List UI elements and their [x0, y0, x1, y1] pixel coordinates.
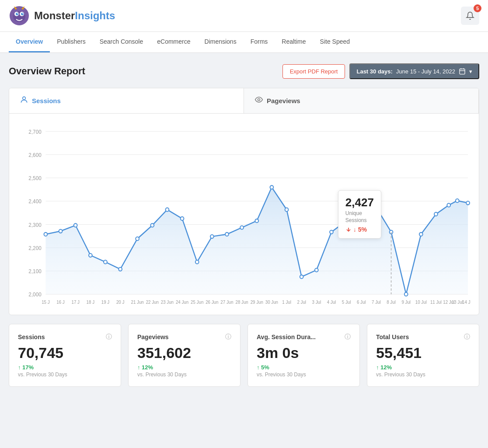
- brand-name: MonsterInsights: [34, 10, 115, 22]
- svg-point-40: [166, 208, 169, 212]
- stat-sessions-info-icon[interactable]: ⓘ: [106, 333, 112, 341]
- stat-card-avg-session: Avg. Session Dura... ⓘ 3m 0s ↑ 5% vs. Pr…: [247, 324, 360, 387]
- stat-pageviews-value: 351,602: [137, 344, 231, 361]
- svg-text:22 Jun: 22 Jun: [146, 299, 159, 304]
- nav-item-search-console[interactable]: Search Console: [93, 32, 150, 52]
- svg-point-36: [104, 260, 107, 264]
- stat-avg-session-title: Avg. Session Dura...: [257, 333, 316, 340]
- svg-point-59: [447, 203, 450, 207]
- report-actions: Export PDF Report Last 30 days: June 15 …: [282, 63, 479, 79]
- tab-sessions[interactable]: Sessions: [9, 88, 244, 113]
- svg-point-37: [119, 267, 122, 271]
- svg-point-39: [150, 223, 154, 227]
- stat-card-sessions: Sessions ⓘ 70,745 ↑ 17% vs. Previous 30 …: [9, 324, 121, 387]
- chart-tooltip: 2,427 Unique Sessions ↓ 5%: [338, 190, 381, 239]
- stat-pageviews-title: Pageviews: [137, 333, 169, 340]
- svg-text:2,700: 2,700: [28, 128, 42, 135]
- svg-text:26 Jun: 26 Jun: [206, 299, 218, 304]
- svg-text:9 Jul: 9 Jul: [401, 299, 411, 304]
- svg-point-34: [74, 223, 77, 227]
- svg-text:2,400: 2,400: [28, 198, 42, 205]
- svg-point-56: [404, 292, 408, 296]
- svg-text:16 J: 16 J: [56, 299, 64, 304]
- stat-pageviews-change: ↑ 12%: [137, 364, 231, 371]
- chart-tabs: Sessions Pageviews: [9, 88, 479, 114]
- nav-item-forms[interactable]: Forms: [244, 32, 275, 52]
- nav-item-publishers[interactable]: Publishers: [50, 32, 92, 52]
- svg-point-61: [466, 201, 470, 205]
- stat-total-users-value: 55,451: [376, 344, 470, 361]
- notifications-button[interactable]: 5: [461, 7, 479, 25]
- nav-item-overview[interactable]: Overview: [9, 32, 50, 52]
- svg-point-51: [330, 230, 333, 234]
- svg-point-42: [195, 260, 199, 264]
- tooltip-label2: Sessions: [345, 217, 374, 223]
- date-prefix: Last 30 days:: [356, 68, 392, 75]
- svg-text:2,500: 2,500: [28, 175, 42, 181]
- svg-point-47: [270, 185, 274, 189]
- svg-text:2,100: 2,100: [28, 268, 42, 274]
- svg-text:14 Jul: 14 Jul: [462, 299, 470, 304]
- svg-text:30 Jun: 30 Jun: [265, 299, 278, 304]
- svg-point-57: [419, 233, 423, 236]
- svg-text:2,000: 2,000: [28, 292, 42, 298]
- svg-point-44: [225, 233, 229, 236]
- line-chart: 2,700 2,600 2,500 2,400 2,300 2,200 2,10…: [18, 122, 470, 310]
- calendar-icon: [459, 68, 466, 75]
- svg-text:25 Jun: 25 Jun: [191, 299, 203, 304]
- stat-card-total-users: Total Users ⓘ 55,451 ↑ 12% vs. Previous …: [367, 324, 479, 387]
- svg-point-60: [456, 199, 459, 202]
- main-nav: Overview Publishers Search Console eComm…: [0, 32, 488, 53]
- date-range-button[interactable]: Last 30 days: June 15 - July 14, 2022 ▾: [349, 63, 479, 79]
- stat-sessions-value: 70,745: [18, 344, 112, 361]
- svg-text:3 Jul: 3 Jul: [312, 299, 321, 304]
- stat-avg-session-info-icon[interactable]: ⓘ: [345, 333, 351, 341]
- svg-point-15: [258, 99, 260, 101]
- tab-pageviews[interactable]: Pageviews: [244, 88, 479, 113]
- stat-avg-session-change: ↑ 5%: [257, 364, 351, 371]
- monster-logo-icon: [9, 5, 30, 26]
- svg-text:10 Jul: 10 Jul: [415, 299, 427, 304]
- svg-rect-10: [460, 69, 465, 74]
- stat-card-pageviews: Pageviews ⓘ 351,602 ↑ 12% vs. Previous 3…: [128, 324, 241, 387]
- svg-text:11 Jul: 11 Jul: [430, 299, 442, 304]
- nav-item-ecommerce[interactable]: eCommerce: [150, 32, 197, 52]
- stat-sessions-change: ↑ 17%: [18, 364, 112, 371]
- svg-text:15 J: 15 J: [42, 299, 49, 304]
- svg-text:2 Jul: 2 Jul: [297, 299, 306, 304]
- stat-total-users-info-icon[interactable]: ⓘ: [464, 333, 470, 341]
- svg-point-49: [300, 275, 303, 278]
- svg-point-46: [255, 219, 258, 222]
- stat-pageviews-info-icon[interactable]: ⓘ: [225, 333, 231, 341]
- svg-text:7 Jul: 7 Jul: [372, 299, 381, 304]
- stat-total-users-change: ↑ 12%: [376, 364, 470, 371]
- svg-text:27 Jun: 27 Jun: [220, 299, 233, 304]
- chart-area: 2,700 2,600 2,500 2,400 2,300 2,200 2,10…: [9, 114, 479, 315]
- svg-text:24 Jun: 24 Jun: [176, 299, 188, 304]
- svg-text:2,600: 2,600: [28, 152, 42, 158]
- svg-text:20 J: 20 J: [116, 299, 124, 304]
- stat-sessions-title: Sessions: [18, 333, 45, 340]
- svg-point-35: [89, 254, 92, 257]
- tooltip-value: 2,427: [345, 196, 374, 209]
- svg-point-32: [44, 233, 48, 236]
- svg-point-5: [21, 13, 24, 15]
- svg-text:2,200: 2,200: [28, 245, 42, 251]
- tooltip-change: ↓ 5%: [345, 226, 374, 233]
- svg-text:28 Jun: 28 Jun: [235, 299, 248, 304]
- svg-point-14: [23, 97, 26, 100]
- nav-item-site-speed[interactable]: Site Speed: [313, 32, 357, 52]
- svg-point-43: [210, 235, 214, 238]
- svg-point-58: [434, 212, 438, 216]
- export-pdf-button[interactable]: Export PDF Report: [282, 64, 345, 79]
- svg-point-41: [181, 217, 184, 220]
- nav-item-dimensions[interactable]: Dimensions: [198, 32, 244, 52]
- arrow-down-icon: [345, 226, 352, 233]
- notification-badge: 5: [474, 4, 481, 12]
- logo: MonsterInsights: [9, 5, 115, 26]
- nav-item-realtime[interactable]: Realtime: [275, 32, 313, 52]
- svg-text:29 Jun: 29 Jun: [251, 299, 263, 304]
- svg-text:5 Jul: 5 Jul: [342, 299, 351, 304]
- chart-card: Sessions Pageviews 2,700 2,600: [9, 88, 479, 315]
- sessions-icon: [20, 95, 28, 106]
